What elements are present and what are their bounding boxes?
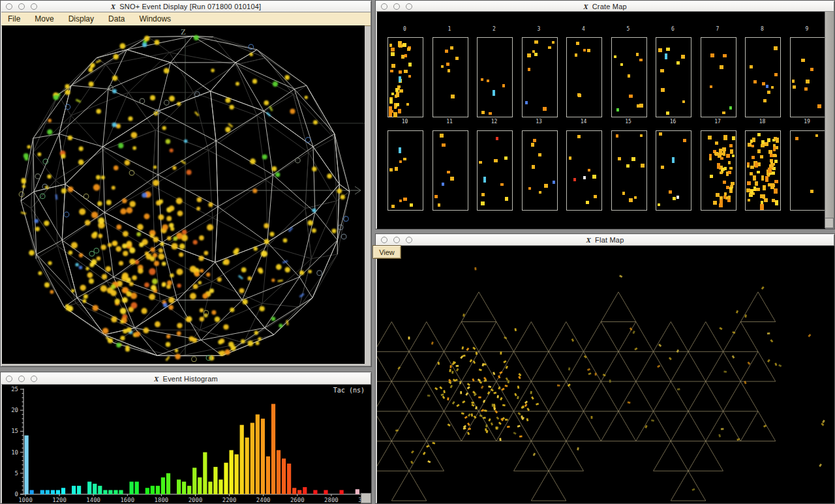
flat-map-hit	[449, 369, 451, 372]
pmt-hit	[123, 251, 128, 256]
pmt-hit	[97, 201, 102, 206]
crate-hit	[410, 203, 413, 207]
event-display-titlebar[interactable]: XSNO+ Event Display [Run 071800 010104]	[1, 1, 371, 12]
histogram-bar	[61, 488, 65, 494]
crate-panel[interactable]	[701, 37, 736, 117]
crate-map-view[interactable]: 012345678910111213141516171819	[377, 12, 825, 229]
flat-map-hit	[514, 328, 517, 331]
crate-panel[interactable]	[566, 37, 602, 117]
histogram-view[interactable]: 0510152025100012001400160018002000220024…	[2, 385, 371, 503]
crate-hit	[723, 54, 726, 57]
pmt-hit	[285, 267, 290, 273]
crate-hit	[399, 200, 402, 202]
crate-panel[interactable]	[790, 130, 826, 211]
pmt-hit	[136, 232, 141, 237]
crate-hit	[804, 87, 808, 91]
pmt-hit	[122, 288, 128, 293]
crate-panel[interactable]	[790, 37, 826, 117]
scrollbar[interactable]	[825, 12, 834, 218]
histogram-bar	[261, 419, 265, 494]
flat-map-hit	[475, 406, 478, 409]
crate-panel[interactable]	[522, 37, 558, 117]
pmt-hit	[78, 159, 84, 165]
crate-map-titlebar[interactable]: XCrate Map	[376, 1, 834, 12]
crate-panel[interactable]	[433, 130, 468, 211]
flat-map-view[interactable]	[377, 246, 834, 503]
menu-display[interactable]: Display	[68, 14, 94, 23]
histogram-bar	[25, 436, 29, 494]
menu-windows[interactable]: Windows	[139, 14, 171, 23]
pmt-hit	[176, 269, 183, 275]
histogram-bar	[235, 454, 239, 494]
menu-data[interactable]: Data	[108, 14, 125, 23]
pmt-unhit-ring	[94, 248, 99, 254]
crate-panel[interactable]	[387, 130, 423, 211]
flat-map-hit	[438, 362, 440, 365]
crate-panel[interactable]	[522, 130, 558, 211]
crate-hit	[665, 53, 667, 59]
histogram-bar	[245, 437, 249, 494]
flat-map-hit	[524, 401, 528, 404]
crate-hit	[773, 147, 776, 151]
crate-hit	[774, 160, 778, 163]
crate-panel[interactable]	[656, 130, 691, 211]
pmt-hit	[196, 207, 200, 211]
crate-hit	[616, 108, 619, 111]
crate-hit	[628, 74, 631, 78]
crate-panel[interactable]	[656, 37, 691, 117]
pmt-hit	[211, 68, 215, 72]
pmt-hit	[153, 180, 159, 186]
crate-hit	[403, 198, 406, 201]
view-menu-button[interactable]: View	[372, 245, 401, 259]
crate-panel[interactable]	[433, 37, 468, 117]
crate-panel[interactable]	[745, 37, 781, 117]
crate-panel[interactable]	[701, 130, 736, 211]
menu-move[interactable]: Move	[35, 14, 53, 23]
pmt-hit	[337, 188, 342, 194]
flat-map-hit	[628, 402, 631, 404]
crate-hit	[774, 46, 778, 50]
detector-sphere-view[interactable]: Z	[2, 25, 365, 364]
crate-hit	[408, 63, 412, 66]
pmt-hit	[87, 273, 93, 278]
pmt-hit	[35, 227, 40, 231]
crate-panel[interactable]	[611, 37, 647, 117]
crate-panel[interactable]	[477, 130, 513, 211]
pmt-hit	[111, 316, 117, 322]
pmt-hit	[125, 160, 130, 166]
pmt-hit	[187, 170, 192, 175]
flat-map-hit	[456, 365, 459, 367]
crate-panel[interactable]	[477, 37, 513, 117]
x-tick-label: 1600	[120, 497, 134, 503]
scrollbar-corner[interactable]	[825, 218, 834, 228]
menu-file[interactable]: File	[8, 14, 20, 23]
pmt-hit	[48, 119, 52, 123]
event-histogram-titlebar[interactable]: XEvent Histogram	[1, 373, 371, 385]
pmt-hit	[111, 284, 115, 289]
crate-hit	[404, 54, 407, 57]
pmt-hit	[208, 202, 213, 207]
crate-panel[interactable]	[611, 130, 647, 211]
flat-map-hit	[748, 362, 751, 365]
crate-hit	[810, 190, 813, 193]
pmt-hit	[176, 198, 183, 204]
pmt-hit	[308, 220, 313, 226]
histogram-bar	[292, 488, 296, 494]
crate-panel[interactable]	[566, 130, 602, 211]
crate-hit	[757, 133, 761, 136]
crate-hit	[801, 59, 805, 63]
pmt-hit	[247, 276, 251, 280]
crate-hit	[753, 80, 757, 83]
crate-panel[interactable]	[745, 130, 781, 211]
crate-hit	[594, 195, 597, 198]
crate-number-label: 12	[477, 119, 511, 125]
crate-panel[interactable]	[387, 37, 423, 117]
crate-hit	[531, 143, 534, 146]
crate-hit	[666, 48, 669, 51]
pmt-hit	[206, 273, 210, 276]
resize-corner[interactable]	[361, 493, 371, 503]
crate-hit	[552, 41, 554, 44]
flat-map-titlebar[interactable]: XFlat Map	[376, 235, 834, 246]
flat-map-hit	[472, 347, 476, 350]
crate-hit	[720, 171, 722, 174]
